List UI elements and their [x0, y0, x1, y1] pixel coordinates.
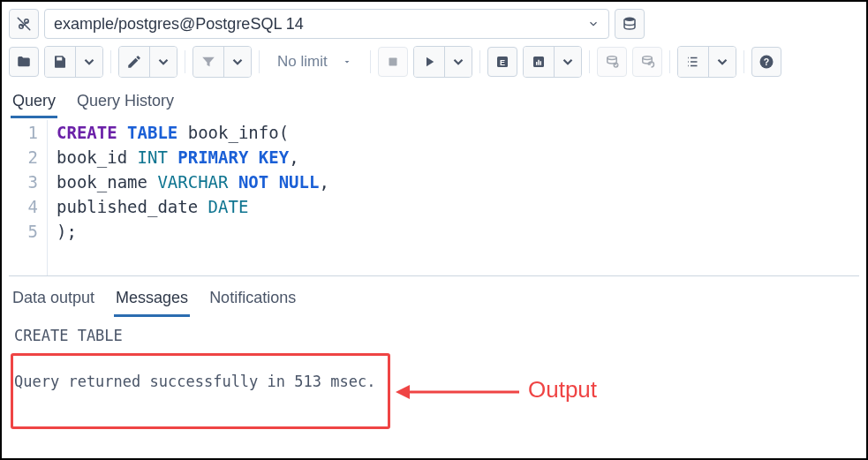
- tab-notifications[interactable]: Notifications: [208, 285, 298, 317]
- caret-down-icon: [342, 57, 352, 67]
- filter-group: [192, 46, 252, 78]
- svg-rect-8: [538, 60, 540, 65]
- chevron-down-icon: [587, 18, 600, 30]
- commit-button[interactable]: [597, 47, 627, 77]
- editor-tabs: Query Query History: [9, 83, 859, 118]
- svg-rect-7: [536, 62, 538, 65]
- svg-point-10: [607, 57, 616, 60]
- sql-editor[interactable]: 1 2 3 4 5 CREATE TABLE book_info(book_id…: [9, 120, 859, 275]
- svg-text:?: ?: [763, 57, 768, 67]
- edit-group: [118, 46, 177, 78]
- edit-dropdown[interactable]: [149, 47, 177, 77]
- disconnect-icon[interactable]: [9, 9, 39, 39]
- database-icon[interactable]: [615, 9, 645, 39]
- limit-select[interactable]: No limit: [267, 47, 363, 77]
- code-area[interactable]: CREATE TABLE book_info(book_id INT PRIMA…: [48, 120, 329, 275]
- svg-point-1: [25, 19, 29, 24]
- messages-output: CREATE TABLE Query returned successfully…: [9, 317, 859, 400]
- save-group: [44, 46, 103, 78]
- svg-rect-3: [389, 58, 396, 66]
- explain-button[interactable]: E: [487, 47, 517, 77]
- save-dropdown[interactable]: [75, 47, 102, 77]
- save-button[interactable]: [45, 47, 75, 77]
- connection-bar: example/postgres@PostgreSQL 14: [9, 9, 859, 39]
- toolbar: No limit E: [9, 46, 859, 78]
- svg-text:E: E: [500, 58, 505, 67]
- line-gutter: 1 2 3 4 5: [9, 120, 48, 275]
- analyze-group: [523, 46, 582, 78]
- run-button[interactable]: [414, 47, 444, 77]
- filter-button[interactable]: [193, 47, 223, 77]
- macro-group: [677, 46, 736, 78]
- open-file-button[interactable]: [9, 47, 39, 77]
- output-tabs: Data output Messages Notifications: [9, 275, 859, 317]
- tab-query-history[interactable]: Query History: [75, 87, 176, 118]
- limit-label: No limit: [277, 53, 328, 71]
- svg-point-12: [642, 57, 652, 60]
- analyze-dropdown[interactable]: [554, 47, 581, 77]
- svg-point-2: [624, 18, 635, 22]
- run-dropdown[interactable]: [444, 47, 472, 77]
- filter-dropdown[interactable]: [223, 47, 251, 77]
- tab-query[interactable]: Query: [11, 87, 57, 118]
- tab-messages[interactable]: Messages: [114, 285, 190, 317]
- run-group: [413, 46, 472, 78]
- annotation-label: Output: [528, 376, 597, 403]
- connection-label: example/postgres@PostgreSQL 14: [54, 15, 304, 34]
- analyze-button[interactable]: [524, 47, 554, 77]
- macro-dropdown[interactable]: [708, 47, 736, 77]
- macro-button[interactable]: [678, 47, 708, 77]
- tab-data-output[interactable]: Data output: [11, 285, 96, 317]
- stop-button[interactable]: [378, 47, 408, 77]
- connection-select[interactable]: example/postgres@PostgreSQL 14: [44, 9, 609, 39]
- svg-point-0: [19, 25, 24, 29]
- rollback-button[interactable]: [632, 47, 662, 77]
- help-button[interactable]: ?: [751, 47, 781, 77]
- svg-rect-9: [540, 61, 541, 65]
- edit-button[interactable]: [119, 47, 149, 77]
